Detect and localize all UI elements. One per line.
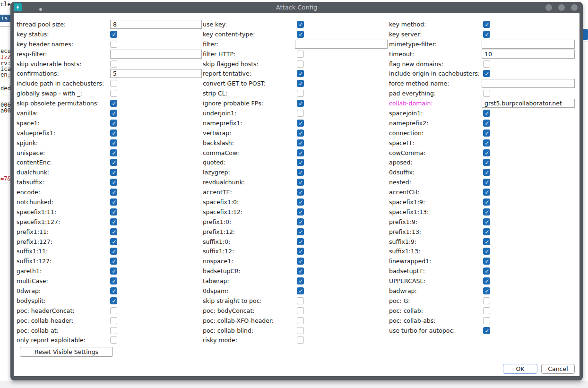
skip-obsolete-permutations-checkbox[interactable] <box>110 100 117 107</box>
poc-headerconcat-checkbox[interactable] <box>110 307 117 314</box>
quoted-checkbox[interactable] <box>297 159 304 166</box>
risky-mode-checkbox[interactable] <box>297 336 304 344</box>
0dwrap-checkbox[interactable] <box>110 287 117 294</box>
accentch-checkbox[interactable] <box>483 189 490 196</box>
reset-visible-settings-button[interactable]: Reset Visible Settings <box>20 347 113 357</box>
confirmations-input[interactable] <box>110 69 202 78</box>
aposed-checkbox[interactable] <box>483 159 490 166</box>
spacejoin1-checkbox[interactable] <box>483 110 490 117</box>
valueprefix1-checkbox[interactable] <box>110 129 117 137</box>
poc-collab-checkbox[interactable] <box>483 307 490 314</box>
key-server-checkbox[interactable] <box>483 31 490 38</box>
vertwrap-checkbox[interactable] <box>297 129 304 137</box>
multicase-checkbox[interactable] <box>110 277 117 285</box>
poc-collab-xfo-header-checkbox[interactable] <box>297 317 304 324</box>
notchunked-checkbox[interactable] <box>110 198 117 206</box>
bodysplit-checkbox[interactable] <box>110 297 117 304</box>
badsetupcr-checkbox[interactable] <box>297 267 304 275</box>
window-button-minimize[interactable] <box>545 4 552 11</box>
key-content-type-checkbox[interactable] <box>297 31 304 38</box>
spaceff-checkbox[interactable] <box>483 139 490 147</box>
prefix1-127-checkbox[interactable] <box>110 238 117 245</box>
poc-g-checkbox[interactable] <box>483 297 490 304</box>
spacefix1-0-checkbox[interactable] <box>297 198 304 206</box>
suffix1-127-checkbox[interactable] <box>110 258 117 265</box>
use-key-checkbox[interactable] <box>297 21 304 28</box>
ok-button[interactable]: OK <box>503 364 537 374</box>
accentte-checkbox[interactable] <box>297 189 304 196</box>
resp-filter-input[interactable] <box>110 50 202 59</box>
spacefix1-9-checkbox[interactable] <box>483 198 490 206</box>
include-origin-in-cachebusters-checkbox[interactable] <box>483 70 490 77</box>
prefix1-13-checkbox[interactable] <box>483 228 490 235</box>
lazygrep-checkbox[interactable] <box>297 169 304 176</box>
encode-checkbox[interactable] <box>110 189 117 196</box>
suffix1-0-checkbox[interactable] <box>297 238 304 245</box>
unispace-checkbox[interactable] <box>110 149 117 156</box>
backslash-checkbox[interactable] <box>297 139 304 147</box>
revdualchunk-checkbox[interactable] <box>297 179 304 186</box>
spacefix1-12-checkbox[interactable] <box>297 208 304 216</box>
mimetype-filter-input[interactable] <box>482 40 575 49</box>
spacefix1-127-checkbox[interactable] <box>110 218 117 225</box>
space1-checkbox[interactable] <box>110 120 117 127</box>
filter-http-checkbox[interactable] <box>297 51 304 58</box>
key-status-checkbox[interactable] <box>110 31 117 38</box>
uppercase-checkbox[interactable] <box>483 277 490 285</box>
connection-checkbox[interactable] <box>483 129 490 137</box>
nospace1-checkbox[interactable] <box>297 258 304 265</box>
prefix1-12-checkbox[interactable] <box>297 228 304 235</box>
report-tentative-checkbox[interactable] <box>297 70 304 77</box>
vanilla-checkbox[interactable] <box>110 110 117 117</box>
titlebar[interactable]: Attack Config <box>10 2 583 13</box>
use-turbo-for-autopoc-checkbox[interactable] <box>483 327 490 334</box>
prefix1-9-checkbox[interactable] <box>483 218 490 225</box>
timeout-input[interactable] <box>482 50 575 59</box>
0dspam-checkbox[interactable] <box>297 287 304 294</box>
cancel-button[interactable]: Cancel <box>541 364 575 374</box>
prefix1-0-checkbox[interactable] <box>297 218 304 225</box>
contentenc-checkbox[interactable] <box>110 159 117 166</box>
ignore-probable-fps-checkbox[interactable] <box>297 100 304 107</box>
suffix1-11-checkbox[interactable] <box>110 248 117 255</box>
spacefix1-11-checkbox[interactable] <box>110 208 117 216</box>
badsetuplf-checkbox[interactable] <box>483 267 490 275</box>
force-method-name-input[interactable] <box>482 79 575 88</box>
badwrap-checkbox[interactable] <box>483 287 490 294</box>
skip-vulnerable-hosts-checkbox[interactable] <box>110 60 117 68</box>
pad-everything-checkbox[interactable] <box>483 90 490 97</box>
key-method-checkbox[interactable] <box>483 21 490 28</box>
gareth1-checkbox[interactable] <box>110 267 117 275</box>
flag-new-domains-checkbox[interactable] <box>483 60 490 68</box>
skip-flagged-hosts-checkbox[interactable] <box>297 60 304 68</box>
poc-collab-blind-checkbox[interactable] <box>297 327 304 334</box>
poc-bodyconcat-checkbox[interactable] <box>297 307 304 314</box>
poc-collab-abs-checkbox[interactable] <box>483 317 490 324</box>
suffix1-12-checkbox[interactable] <box>297 248 304 255</box>
spacefix1-13-checkbox[interactable] <box>483 208 490 216</box>
window-button-maximize[interactable] <box>558 4 565 11</box>
suffix1-9-checkbox[interactable] <box>483 238 490 245</box>
tabwrap-checkbox[interactable] <box>297 277 304 285</box>
dualchunk-checkbox[interactable] <box>110 169 117 176</box>
tabsuffix-checkbox[interactable] <box>110 179 117 186</box>
collab-domain-input[interactable] <box>482 99 575 108</box>
window-button-close[interactable] <box>571 4 578 11</box>
linewrapped1-checkbox[interactable] <box>483 258 490 265</box>
strip-cl-checkbox[interactable] <box>297 90 304 97</box>
thread-pool-size-input[interactable] <box>110 20 202 29</box>
spjunk-checkbox[interactable] <box>110 139 117 147</box>
globally-swap-with-checkbox[interactable] <box>110 90 117 97</box>
filter-input[interactable] <box>295 40 388 49</box>
key-header-names-checkbox[interactable] <box>110 41 117 48</box>
suffix1-13-checkbox[interactable] <box>483 248 490 255</box>
underjoin1-checkbox[interactable] <box>297 110 304 117</box>
commacow-checkbox[interactable] <box>297 149 304 156</box>
include-path-in-cachebusters-checkbox[interactable] <box>110 80 117 87</box>
prefix1-11-checkbox[interactable] <box>110 228 117 235</box>
skip-straight-to-poc-checkbox[interactable] <box>297 297 304 304</box>
poc-collab-at-checkbox[interactable] <box>110 327 117 334</box>
poc-collab-header-checkbox[interactable] <box>110 317 117 324</box>
nameprefix1-checkbox[interactable] <box>297 120 304 127</box>
nested-checkbox[interactable] <box>483 179 490 186</box>
